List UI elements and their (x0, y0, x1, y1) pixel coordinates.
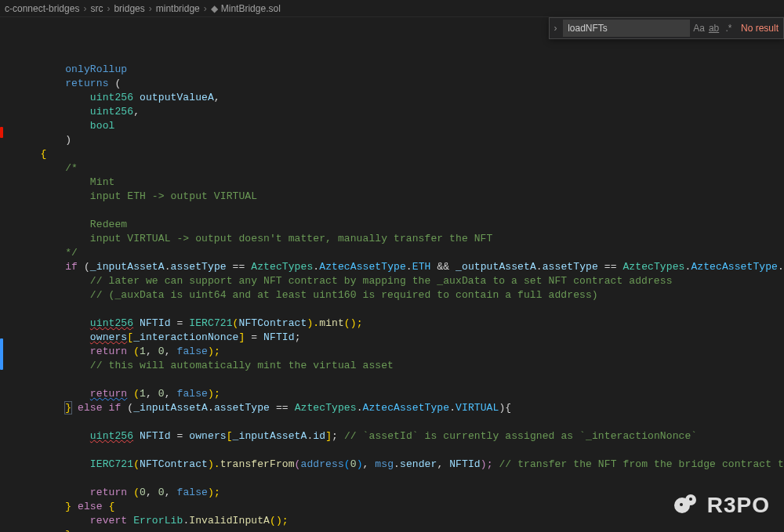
watermark-text: R3PO (707, 493, 770, 518)
breadcrumb-segment[interactable]: src (90, 3, 103, 14)
breadcrumb[interactable]: c-connect-bridges› src› bridges› mintbri… (0, 0, 784, 17)
chevron-right-icon: › (107, 3, 110, 14)
breadcrumb-file[interactable]: MintBridge.sol (221, 3, 281, 14)
code-editor[interactable]: onlyRollup returns ( uint256 outputValue… (0, 17, 784, 532)
wechat-icon (674, 494, 701, 516)
watermark: R3PO (674, 493, 770, 518)
chevron-right-icon: › (83, 3, 86, 14)
breadcrumb-segment[interactable]: mintbridge (156, 3, 200, 14)
chevron-right-icon: › (204, 3, 207, 14)
modified-marker (0, 338, 3, 370)
breadcrumb-segment[interactable]: c-connect-bridges (5, 3, 79, 14)
breadcrumb-segment[interactable]: bridges (114, 3, 144, 14)
gutter (0, 17, 9, 532)
error-marker (0, 127, 3, 138)
chevron-right-icon: › (149, 3, 152, 14)
solidity-file-icon: ◆ (211, 3, 218, 14)
